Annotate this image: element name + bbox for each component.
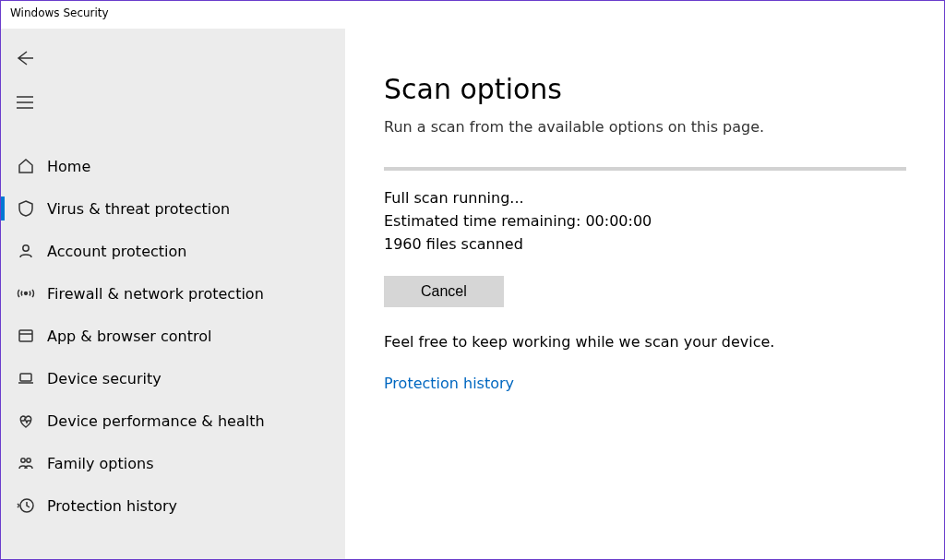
home-icon bbox=[16, 156, 36, 176]
nav-device-security[interactable]: Device security bbox=[1, 357, 345, 399]
scan-progress-bar bbox=[384, 167, 906, 171]
feel-free-text: Feel free to keep working while we scan … bbox=[384, 333, 907, 351]
back-button[interactable] bbox=[16, 45, 49, 73]
svg-rect-3 bbox=[20, 374, 31, 381]
nav-device-health[interactable]: Device performance & health bbox=[1, 399, 345, 442]
nav-virus-threat[interactable]: Virus & threat protection bbox=[1, 187, 345, 230]
nav-label: Device security bbox=[47, 370, 161, 387]
nav-account[interactable]: Account protection bbox=[1, 230, 345, 272]
menu-icon bbox=[16, 96, 34, 112]
svg-point-4 bbox=[21, 459, 25, 462]
nav-label: Account protection bbox=[47, 243, 186, 260]
history-icon bbox=[16, 495, 36, 516]
nav-label: Firewall & network protection bbox=[47, 285, 264, 303]
svg-point-5 bbox=[27, 459, 30, 462]
time-remaining: 00:00:00 bbox=[585, 212, 652, 230]
page-subtitle: Run a scan from the available options on… bbox=[384, 118, 907, 136]
files-count: 1960 bbox=[384, 235, 422, 253]
nav-protection-history[interactable]: Protection history bbox=[1, 484, 345, 527]
svg-point-0 bbox=[23, 245, 29, 251]
page-title: Scan options bbox=[384, 73, 907, 105]
nav-label: Virus & threat protection bbox=[47, 200, 230, 218]
status-files: 1960 files scanned bbox=[384, 233, 907, 256]
scan-status: Full scan running... Estimated time rema… bbox=[384, 187, 907, 256]
svg-point-1 bbox=[25, 292, 28, 295]
cancel-button[interactable]: Cancel bbox=[384, 276, 504, 307]
nav-label: Home bbox=[47, 158, 90, 175]
nav-app-browser[interactable]: App & browser control bbox=[1, 315, 345, 357]
status-time: Estimated time remaining: 00:00:00 bbox=[384, 210, 907, 233]
family-icon bbox=[16, 453, 36, 473]
laptop-icon bbox=[16, 368, 36, 388]
sidebar: Home Virus & threat protection Account p… bbox=[1, 29, 345, 559]
nav-list: Home Virus & threat protection Account p… bbox=[1, 145, 345, 527]
back-arrow-icon bbox=[16, 50, 34, 69]
window-titlebar: Windows Security bbox=[1, 1, 944, 29]
nav-label: Family options bbox=[47, 455, 154, 472]
heart-icon bbox=[16, 411, 36, 431]
nav-label: Device performance & health bbox=[47, 412, 265, 430]
nav-firewall[interactable]: Firewall & network protection bbox=[1, 272, 345, 315]
account-icon bbox=[16, 241, 36, 261]
svg-rect-2 bbox=[19, 330, 32, 341]
antenna-icon bbox=[16, 283, 36, 304]
main-panel: Scan options Run a scan from the availab… bbox=[345, 29, 944, 559]
nav-home[interactable]: Home bbox=[1, 145, 345, 187]
window-title: Windows Security bbox=[10, 6, 109, 19]
shield-icon bbox=[16, 198, 36, 219]
nav-label: Protection history bbox=[47, 497, 177, 515]
nav-family[interactable]: Family options bbox=[1, 442, 345, 484]
app-browser-icon bbox=[16, 326, 36, 346]
nav-label: App & browser control bbox=[47, 328, 211, 345]
protection-history-link[interactable]: Protection history bbox=[384, 375, 907, 392]
status-running: Full scan running... bbox=[384, 187, 907, 210]
hamburger-button[interactable] bbox=[16, 89, 49, 117]
